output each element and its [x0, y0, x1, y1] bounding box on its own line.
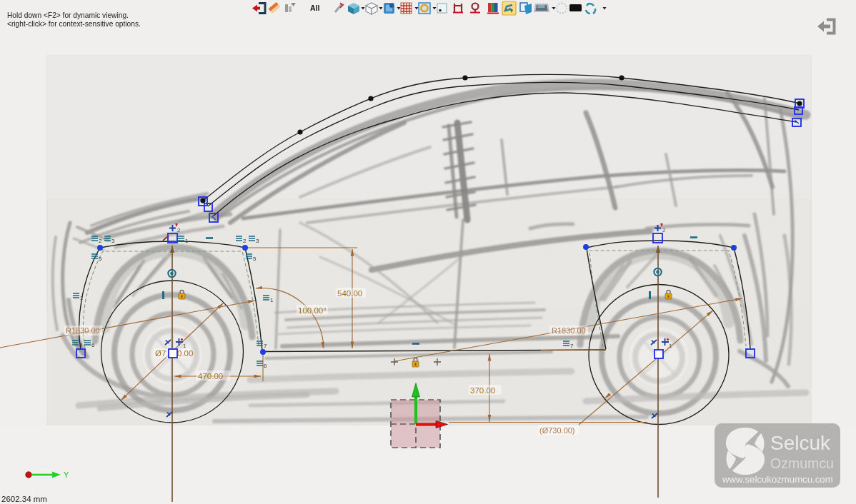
svg-text:2: 2 — [243, 238, 247, 244]
svg-text:Ozmumcu: Ozmumcu — [770, 455, 834, 471]
svg-text:3: 3 — [111, 238, 115, 244]
svg-text:370.00: 370.00 — [470, 386, 495, 395]
svg-text:4: 4 — [79, 342, 83, 348]
svg-text:R1830.00: R1830.00 — [66, 326, 100, 335]
svg-text:1: 1 — [80, 295, 84, 301]
svg-text:All: All — [310, 4, 320, 12]
svg-text:(Ø730.00): (Ø730.00) — [539, 426, 575, 435]
svg-text:6: 6 — [264, 363, 267, 369]
svg-text:6: 6 — [91, 342, 95, 348]
svg-text:Selcuk: Selcuk — [770, 432, 831, 454]
svg-text:Hold down <F2> for dynamic vie: Hold down <F2> for dynamic viewing. — [7, 11, 129, 19]
svg-text:3: 3 — [256, 238, 259, 244]
svg-text:Y: Y — [64, 470, 69, 479]
svg-text:www.selcukozmumcu.com: www.selcukozmumcu.com — [722, 474, 833, 485]
svg-text:7: 7 — [570, 343, 574, 349]
svg-text:0.00: 0.00 — [177, 349, 193, 358]
svg-text:R1830.00: R1830.00 — [552, 326, 586, 335]
svg-text:5: 5 — [99, 256, 102, 262]
svg-text:100.00°: 100.00° — [298, 306, 327, 315]
svg-text:<right-click> for context-sens: <right-click> for context-sensitive opti… — [7, 20, 141, 28]
svg-text:5: 5 — [253, 256, 257, 262]
svg-text:470.00: 470.00 — [198, 372, 223, 380]
svg-text:1: 1 — [270, 297, 274, 303]
svg-text:1: 1 — [669, 343, 672, 349]
svg-text:2: 2 — [99, 238, 102, 244]
svg-text:1: 1 — [183, 343, 186, 349]
svg-text:540.00: 540.00 — [337, 289, 362, 298]
svg-text:2602.34 mm: 2602.34 mm — [1, 495, 47, 503]
svg-text:Ø7: Ø7 — [155, 349, 166, 358]
svg-text:2: 2 — [177, 227, 181, 233]
svg-text:2: 2 — [662, 227, 666, 233]
svg-text:7: 7 — [264, 343, 267, 349]
svg-text:1: 1 — [185, 238, 189, 244]
